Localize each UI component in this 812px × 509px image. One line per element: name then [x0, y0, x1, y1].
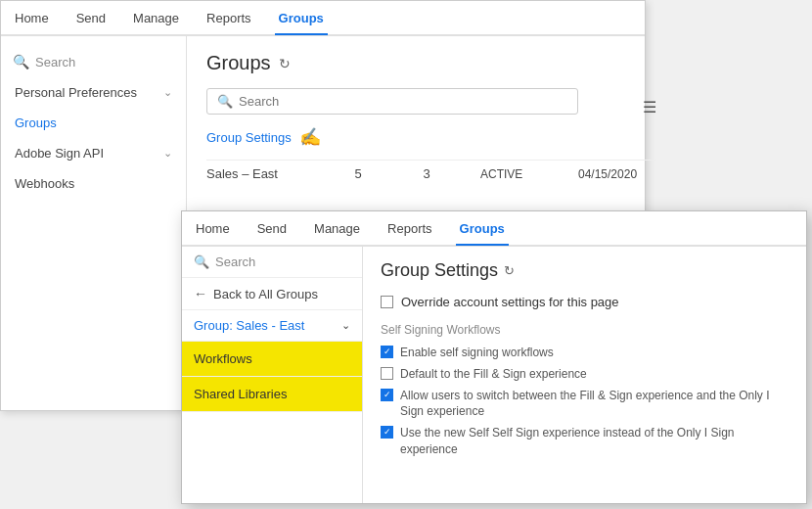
fg-menu-item-workflows[interactable]: Workflows: [182, 342, 362, 377]
fg-search-area[interactable]: 🔍 Search: [182, 247, 362, 278]
back-to-all-groups-link[interactable]: ← Back to All Groups: [182, 278, 362, 310]
fg-nav-home[interactable]: Home: [192, 213, 234, 244]
override-row: Override account settings for this page: [381, 295, 789, 309]
main-search-row: 🔍 ☰: [206, 88, 656, 126]
fg-refresh-icon[interactable]: ↻: [504, 263, 515, 278]
override-label: Override account settings for this page: [401, 295, 619, 309]
fg-nav-manage[interactable]: Manage: [310, 213, 364, 244]
sidebar-label-api: Adobe Sign API: [15, 146, 104, 161]
checkbox-checked-3[interactable]: ✓: [381, 426, 393, 439]
nav-groups[interactable]: Groups: [275, 3, 328, 35]
sidebar-search-area[interactable]: 🔍 Search: [1, 46, 186, 77]
fg-nav-send[interactable]: Send: [253, 213, 291, 244]
row-col1: 5: [343, 166, 373, 181]
table-row: Sales – East 5 3 ACTIVE 04/15/2020: [206, 160, 656, 187]
workflows-label: Workflows: [194, 351, 252, 366]
fg-menu-item-shared-libraries[interactable]: Shared Libraries: [182, 377, 362, 412]
sidebar-search-label: Search: [35, 55, 75, 69]
sidebar-item-groups[interactable]: Groups: [1, 108, 186, 138]
main-search-bar[interactable]: 🔍: [206, 88, 578, 115]
option-label-2: Allow users to switch between the Fill &…: [400, 388, 789, 421]
chevron-down-icon-api: ⌄: [163, 147, 172, 160]
page-title: Groups ↻: [206, 52, 656, 74]
cursor-icon: ✍️: [299, 126, 321, 148]
sidebar-item-personal-preferences[interactable]: Personal Preferences ⌄: [1, 77, 186, 108]
fg-nav-groups[interactable]: Groups: [456, 213, 509, 246]
fg-body: 🔍 Search ← Back to All Groups Group: Sal…: [182, 247, 806, 503]
nav-send[interactable]: Send: [72, 3, 110, 33]
hamburger-icon[interactable]: ☰: [643, 98, 656, 116]
foreground-panel: Home Send Manage Reports Groups 🔍 Search…: [181, 210, 807, 504]
search-icon-main: 🔍: [217, 94, 233, 109]
option-row-1: Default to the Fill & Sign experience: [381, 366, 789, 383]
fg-page-title: Group Settings ↻: [381, 260, 789, 281]
group-settings-link-text: Group Settings: [206, 130, 292, 145]
option-row-0: ✓ Enable self signing workflows: [381, 345, 789, 361]
option-row-3: ✓ Use the new Self Self Sign experience …: [381, 425, 789, 458]
back-arrow-icon: ←: [194, 286, 207, 301]
top-nav: Home Send Manage Reports Groups: [1, 1, 645, 36]
fg-nav-reports[interactable]: Reports: [383, 213, 436, 244]
checkbox-checked-2[interactable]: ✓: [381, 389, 393, 401]
override-checkbox[interactable]: [381, 296, 393, 308]
refresh-icon[interactable]: ↻: [279, 56, 291, 71]
checkbox-checked-0[interactable]: ✓: [381, 346, 393, 358]
main-search-input[interactable]: [239, 94, 567, 109]
option-label-3: Use the new Self Self Sign experience in…: [400, 425, 789, 458]
nav-manage[interactable]: Manage: [129, 3, 183, 33]
sidebar-label-personal-preferences: Personal Preferences: [15, 85, 137, 100]
fg-sidebar: 🔍 Search ← Back to All Groups Group: Sal…: [182, 247, 363, 503]
back-link-label: Back to All Groups: [213, 287, 318, 301]
option-label-1: Default to the Fill & Sign experience: [400, 366, 587, 383]
checkbox-unchecked-1[interactable]: [381, 367, 393, 380]
fg-page-title-text: Group Settings: [381, 260, 498, 281]
row-date: 04/15/2020: [578, 167, 656, 181]
nav-home[interactable]: Home: [11, 3, 53, 33]
group-header-label: Group: Sales - East: [194, 318, 304, 333]
chevron-down-icon-group: ⌄: [341, 319, 350, 332]
page-title-text: Groups: [206, 52, 271, 74]
chevron-down-icon: ⌄: [163, 86, 172, 99]
sidebar-label-webhooks: Webhooks: [15, 176, 74, 191]
fg-search-icon: 🔍: [194, 254, 209, 269]
shared-libraries-label: Shared Libraries: [194, 387, 287, 401]
option-label-0: Enable self signing workflows: [400, 345, 554, 361]
sidebar-item-webhooks[interactable]: Webhooks: [1, 168, 186, 199]
row-name: Sales – East: [206, 166, 304, 181]
sidebar-label-groups: Groups: [15, 116, 57, 130]
sidebar-item-adobe-sign-api[interactable]: Adobe Sign API ⌄: [1, 138, 186, 168]
sidebar-search-icon: 🔍: [13, 54, 29, 69]
option-row-2: ✓ Allow users to switch between the Fill…: [381, 388, 789, 421]
fg-top-nav: Home Send Manage Reports Groups: [182, 211, 806, 247]
bg-sidebar: 🔍 Search Personal Preferences ⌄ Groups A…: [1, 36, 187, 410]
group-settings-link[interactable]: Group Settings ✍️: [206, 126, 321, 148]
fg-main-content: Group Settings ↻ Override account settin…: [363, 247, 806, 503]
row-col2: 3: [412, 166, 441, 181]
row-status: ACTIVE: [480, 167, 539, 181]
fg-search-label: Search: [215, 254, 255, 269]
section-title: Self Signing Workflows: [381, 323, 789, 337]
group-header[interactable]: Group: Sales - East ⌄: [182, 310, 362, 342]
nav-reports[interactable]: Reports: [203, 3, 255, 33]
